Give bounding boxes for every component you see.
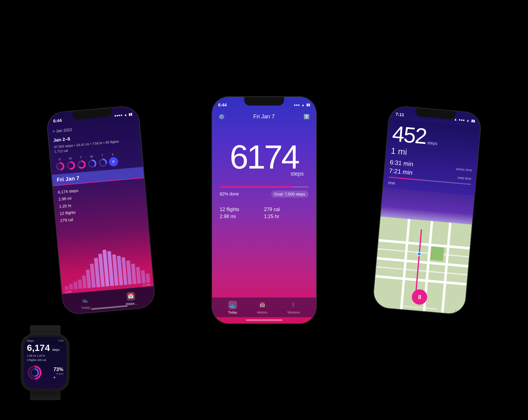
day-col-s: S xyxy=(55,157,65,171)
right-total-time-val: 7:21 min xyxy=(389,167,413,176)
tab-history-left[interactable]: 📅 Histor... xyxy=(125,291,137,306)
scene: 6:44 ●●●● ▲ ▮▮ < Jan 2022 Jan 2–8 37,502… xyxy=(0,0,528,420)
watch-pct-section: 73% of goal xyxy=(54,367,63,378)
watch-steps-row: 6,174 steps xyxy=(27,343,63,352)
watch-dot xyxy=(54,377,55,378)
stat-time: 1:25 hr xyxy=(264,214,308,219)
tab-today-left[interactable]: 👟 Today xyxy=(80,295,90,309)
center-content: ⚙️ Fri Jan 7 ⬆️ 6174 steps 82% done Goal… xyxy=(212,110,316,323)
watch-content: Steps 7:53 6,174 steps 2.98 mi 1:25 hr 0… xyxy=(24,337,66,383)
right-total-time-label: total time xyxy=(458,176,472,180)
day-col-t2: T xyxy=(98,153,108,167)
watch-steps: 6,174 xyxy=(27,343,50,353)
center-steps-unit: steps xyxy=(212,171,316,177)
map-legal: Legal xyxy=(455,309,462,313)
stat-distance: 2.98 mi xyxy=(220,214,264,219)
notch-center xyxy=(244,97,284,106)
chart-bar xyxy=(141,270,146,283)
right-active-time-label: active time xyxy=(456,167,472,172)
chart-bar xyxy=(69,284,73,289)
status-icons-right: ▲ ●●● ▲ ▮▮ xyxy=(454,117,475,123)
chart-bar xyxy=(73,281,78,289)
day-col-m: M xyxy=(65,156,76,170)
right-progress-fill xyxy=(389,177,422,180)
center-date: Fri Jan 7 xyxy=(225,113,303,120)
history-icon-center: 📅 xyxy=(258,301,267,309)
today-icon-left: 👟 xyxy=(80,295,90,304)
chart-bar xyxy=(136,267,141,284)
tab-today-center[interactable]: 👟 Today xyxy=(228,301,237,314)
status-icons-center: ●●● ▲ ▮▮ xyxy=(294,103,310,107)
right-top: 452 steps 1 mi 6:31 min active time 7:21… xyxy=(383,119,480,195)
tab-workout-center[interactable]: 🚶 Workout xyxy=(287,301,300,314)
phone-right: 7:11 ▲ ●●● ▲ ▮▮ 452 steps 1 mi xyxy=(373,106,482,315)
watch-pct-label: of goal xyxy=(54,372,63,375)
workout-icon-center: 🚶 xyxy=(289,301,298,309)
day-col-f: F F xyxy=(108,152,119,166)
road-h1 xyxy=(378,239,470,249)
center-header: ⚙️ Fri Jan 7 ⬆️ xyxy=(212,110,316,122)
phone-left: 6:44 ●●●● ▲ ▮▮ < Jan 2022 Jan 2–8 37,502… xyxy=(46,106,155,315)
road-v3 xyxy=(441,222,452,313)
left-content: < Jan 2022 Jan 2–8 37,502 steps • 18.41 … xyxy=(48,119,156,315)
watch-band-top xyxy=(30,325,61,334)
watch-body: Steps 7:53 6,174 steps 2.98 mi 1:25 hr 0… xyxy=(21,334,69,391)
watch-header-row: Steps 7:53 xyxy=(27,339,63,342)
chart-bar xyxy=(131,263,137,284)
today-icon-center: 👟 xyxy=(228,301,237,309)
right-zone-label: one xyxy=(388,180,471,192)
progress-label: 82% done Goal: 7,500 steps xyxy=(220,191,308,198)
share-icon[interactable]: ⬆️ xyxy=(303,113,310,120)
watch-ring-svg xyxy=(27,365,42,380)
map-block-green xyxy=(430,246,444,261)
center-steps-number: 6174 xyxy=(212,140,316,174)
day-col-t: T xyxy=(76,155,87,169)
stat-flights: 12 flights xyxy=(220,207,264,212)
road-h4 xyxy=(378,248,469,257)
watch-sub-stats: 2.98 mi 1:25 hr 0 flights 328 cal xyxy=(27,354,63,362)
watch-ring xyxy=(27,365,42,380)
time-center: 6:44 xyxy=(218,102,227,107)
gear-icon[interactable]: ⚙️ xyxy=(218,113,225,120)
home-bar-center xyxy=(246,319,282,321)
chart-bar xyxy=(86,269,91,288)
progress-section: 82% done Goal: 7,500 steps xyxy=(220,186,308,198)
center-stats: 12 flights 279 cal 2.98 mi 1:25 hr xyxy=(220,207,308,219)
progress-bar-fill xyxy=(220,186,293,188)
progress-bar-bg xyxy=(220,186,308,188)
chart-bar xyxy=(82,275,87,288)
road-v1 xyxy=(400,219,410,309)
watch-steps-unit: steps xyxy=(52,348,60,351)
left-stats: 6,174 steps 2.98 mi 1:25 hr 12 flights 2… xyxy=(53,178,148,228)
chart-bar xyxy=(146,273,150,283)
left-chart xyxy=(59,246,153,290)
watch-screen: Steps 7:53 6,174 steps 2.98 mi 1:25 hr 0… xyxy=(24,337,66,388)
right-map: Legal ⏸ xyxy=(373,216,472,314)
right-content: 452 steps 1 mi 6:31 min active time 7:21… xyxy=(373,119,481,315)
history-icon-left: 📅 xyxy=(126,291,135,300)
stat-calories: 279 cal xyxy=(264,207,308,212)
road-h2 xyxy=(377,257,468,267)
chart-bar xyxy=(65,286,68,290)
progress-pct: 82% done xyxy=(220,191,239,196)
right-steps-unit: steps xyxy=(427,140,438,146)
watch-ring-row: 73% of goal xyxy=(27,365,63,380)
road-h3 xyxy=(375,275,467,285)
center-tab-bar: 👟 Today 📅 History 🚶 Workout xyxy=(212,297,316,317)
day-col-w: W xyxy=(87,154,97,168)
chart-bar xyxy=(78,279,82,289)
apple-watch: Steps 7:53 6,174 steps 2.98 mi 1:25 hr 0… xyxy=(18,325,72,389)
status-icons-left: ●●●● ▲ ▮▮ xyxy=(114,112,132,117)
watch-time: 7:53 xyxy=(58,339,63,342)
progress-goal: Goal: 7,500 steps xyxy=(271,191,308,198)
phone-center: 6:44 ●●● ▲ ▮▮ ⚙️ Fri Jan 7 ⬆️ 6174 steps xyxy=(212,97,316,323)
right-steps-number: 452 xyxy=(391,122,427,147)
watch-label: Steps xyxy=(27,339,34,342)
road-h5 xyxy=(376,266,467,275)
tab-history-center[interactable]: 📅 History xyxy=(257,301,268,314)
right-active-time-val: 6:31 min xyxy=(390,158,413,168)
time-left: 6:44 xyxy=(53,118,62,123)
time-right: 7:11 xyxy=(395,111,404,117)
watch-pct: 73% xyxy=(54,367,63,372)
watch-band-bottom xyxy=(30,391,61,400)
